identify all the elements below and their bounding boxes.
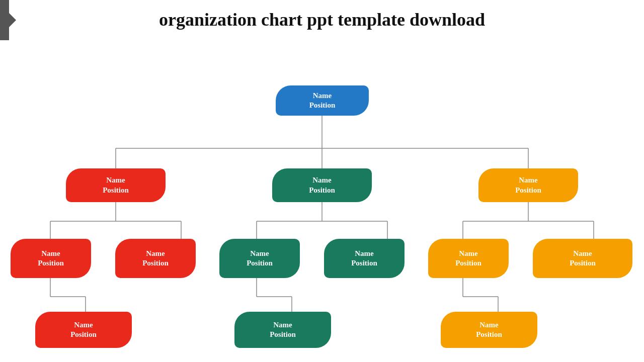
node-l3-mid: NamePosition — [234, 312, 331, 348]
node-l3-right: NamePosition — [441, 312, 537, 348]
node-l1-mid: NamePosition — [272, 168, 372, 202]
node-l2-rr: NamePosition — [533, 239, 632, 278]
page-title: organization chart ppt template download — [0, 0, 644, 35]
node-l1-right: NamePosition — [478, 168, 578, 202]
node-root: NamePosition — [276, 85, 369, 116]
node-l2-mr: NamePosition — [324, 239, 405, 278]
node-l2-ml: NamePosition — [219, 239, 300, 278]
node-l2-rl: NamePosition — [428, 239, 509, 278]
node-l3-left: NamePosition — [35, 312, 132, 348]
left-tab-arrow — [9, 13, 16, 27]
left-tab — [0, 0, 9, 40]
node-l1-left: NamePosition — [66, 168, 166, 202]
node-l2-ll: NamePosition — [11, 239, 91, 278]
node-l2-lr: NamePosition — [115, 239, 196, 278]
